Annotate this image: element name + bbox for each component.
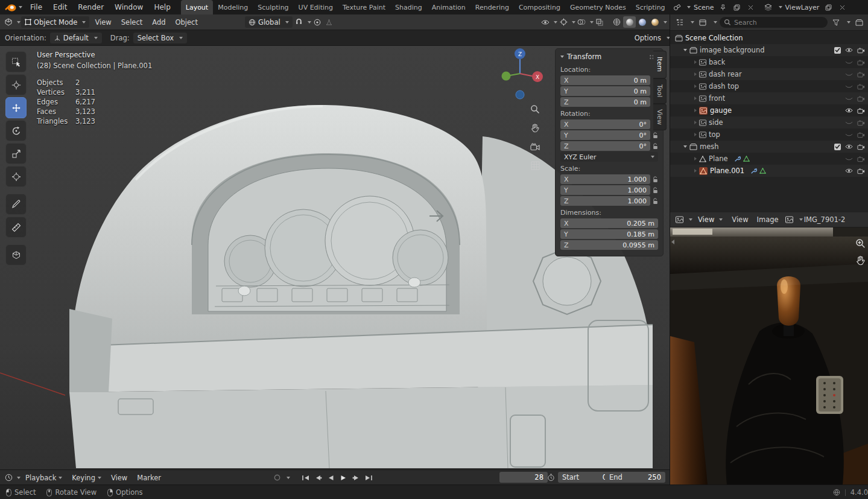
menu-marker[interactable]: Marker xyxy=(132,470,166,485)
network-icon[interactable] xyxy=(833,489,840,496)
remove-viewlayer-icon[interactable] xyxy=(836,2,848,13)
menu-edit[interactable]: Edit xyxy=(48,0,72,14)
rotation-z-field[interactable]: Z0° xyxy=(560,141,650,151)
image-datablock-name[interactable]: IMG_7901-2 xyxy=(804,215,846,224)
outliner-row-dash-rear[interactable]: dash rear xyxy=(670,68,868,80)
play-button[interactable] xyxy=(338,472,349,483)
shading-solid-button[interactable] xyxy=(623,16,636,28)
ortho-grid-icon[interactable] xyxy=(528,159,542,172)
editor-type-icon[interactable] xyxy=(2,16,14,28)
camera-visibility-icon[interactable] xyxy=(857,107,865,114)
object-type-visibility-icon[interactable] xyxy=(539,16,551,28)
collapse-panel-icon[interactable] xyxy=(560,56,564,58)
menu-window[interactable]: Window xyxy=(109,0,148,14)
proportional-falloff-icon[interactable] xyxy=(323,16,335,28)
tool-options-dropdown[interactable]: Options xyxy=(630,33,674,43)
expand-icon[interactable] xyxy=(694,133,697,136)
workspace-tab-layout[interactable]: Layout xyxy=(181,0,213,14)
expand-icon[interactable] xyxy=(694,157,697,161)
outliner-row-mesh[interactable]: mesh xyxy=(670,141,868,153)
image-editor-canvas[interactable] xyxy=(670,227,868,485)
camera-visibility-icon[interactable] xyxy=(857,71,865,78)
expand-icon[interactable] xyxy=(694,72,697,76)
shading-wireframe-button[interactable] xyxy=(610,16,623,28)
workspace-tab-compositing[interactable]: Compositing xyxy=(514,0,565,14)
menu-help[interactable]: Help xyxy=(148,0,176,14)
menu-playback[interactable]: Playback xyxy=(21,470,67,485)
menu-render[interactable]: Render xyxy=(72,0,109,14)
outliner-row-scene-collection[interactable]: Scene Collection xyxy=(670,32,868,44)
outliner-editor-type-icon[interactable] xyxy=(674,17,686,28)
menu-select[interactable]: Select xyxy=(116,14,147,30)
camera-visibility-icon[interactable] xyxy=(857,144,865,150)
show-overlays-toggle[interactable] xyxy=(575,16,588,28)
auto-keying-toggle[interactable] xyxy=(271,472,283,483)
shading-rendered-button[interactable] xyxy=(648,16,661,28)
hide-eye-icon[interactable] xyxy=(845,119,853,126)
sidebar-tab-item[interactable]: Item xyxy=(653,51,667,78)
blender-menu-button[interactable] xyxy=(0,3,25,12)
workspace-tab-texture-paint[interactable]: Texture Paint xyxy=(338,0,390,14)
outliner-row-image-background[interactable]: image background xyxy=(670,44,868,56)
pin-scene-icon[interactable] xyxy=(717,2,729,13)
outliner-row-top[interactable]: top xyxy=(670,129,868,141)
gizmo-z-label[interactable]: Z xyxy=(518,51,522,57)
expand-icon[interactable] xyxy=(694,109,697,112)
lock-icon[interactable] xyxy=(653,187,658,194)
browse-image-icon[interactable] xyxy=(784,214,796,226)
current-frame-field[interactable]: 28 xyxy=(499,472,548,483)
hide-eye-icon[interactable] xyxy=(845,168,853,174)
viewlayer-name[interactable]: ViewLayer xyxy=(785,4,820,11)
outliner-row-front[interactable]: front xyxy=(670,92,868,104)
hide-eye-icon[interactable] xyxy=(845,83,853,89)
lock-icon[interactable] xyxy=(653,143,658,150)
location-y-field[interactable]: Y0 m xyxy=(560,86,650,96)
location-x-field[interactable]: X0 m xyxy=(560,75,650,85)
browse-scene-icon[interactable] xyxy=(671,2,683,13)
menu-timeline-view[interactable]: View xyxy=(106,470,132,485)
workspace-tab-shading[interactable]: Shading xyxy=(390,0,427,14)
expand-icon[interactable] xyxy=(694,121,697,124)
prev-keyframe-button[interactable] xyxy=(312,472,324,483)
hide-eye-icon[interactable] xyxy=(845,144,853,150)
outliner-row-gauge[interactable]: gauge xyxy=(670,104,868,116)
image-zoom-icon[interactable] xyxy=(855,238,866,249)
workspace-tab-sculpting[interactable]: Sculpting xyxy=(253,0,293,14)
rotation-y-field[interactable]: Y0° xyxy=(560,130,650,140)
tool-move[interactable] xyxy=(5,97,27,118)
filter-funnel-icon[interactable] xyxy=(830,17,842,28)
tool-measure[interactable] xyxy=(5,217,27,238)
sidebar-tab-tool[interactable]: Tool xyxy=(653,78,667,104)
image-editor-type-icon[interactable] xyxy=(673,214,685,226)
viewlayer-icon[interactable] xyxy=(762,2,775,13)
workspace-tab-scripting[interactable]: Scripting xyxy=(631,0,670,14)
menu-view[interactable]: View xyxy=(90,14,116,30)
show-gizmo-toggle[interactable] xyxy=(557,16,569,28)
tool-cursor[interactable] xyxy=(5,74,27,95)
workspace-tab-geometry-nodes[interactable]: Geometry Nodes xyxy=(565,0,631,14)
camera-visibility-icon[interactable] xyxy=(857,132,865,138)
region-toggle-icon[interactable] xyxy=(671,240,674,244)
new-scene-icon[interactable] xyxy=(731,2,743,13)
new-collection-icon[interactable] xyxy=(853,17,865,28)
outliner-row-side[interactable]: side xyxy=(670,116,868,129)
orientation-setting-dropdown[interactable]: Default xyxy=(50,33,102,43)
camera-visibility-icon[interactable] xyxy=(857,83,865,90)
play-reverse-button[interactable] xyxy=(325,472,337,483)
next-keyframe-button[interactable] xyxy=(350,472,362,483)
menu-image[interactable]: Image xyxy=(753,212,782,227)
snap-magnet-icon[interactable] xyxy=(293,16,305,28)
scale-y-field[interactable]: Y1.000 xyxy=(560,185,650,195)
scale-x-field[interactable]: X1.000 xyxy=(560,174,650,184)
camera-visibility-icon[interactable] xyxy=(857,59,865,66)
proportional-editing-icon[interactable] xyxy=(311,16,323,28)
scene-name[interactable]: Scene xyxy=(694,4,714,11)
tool-select-box[interactable] xyxy=(5,51,27,72)
outliner-row-plane[interactable]: Plane xyxy=(670,153,868,165)
tool-rotate[interactable] xyxy=(5,120,27,141)
tool-add-cube[interactable] xyxy=(5,244,27,265)
expand-icon[interactable] xyxy=(694,169,697,173)
lock-icon[interactable] xyxy=(653,176,658,183)
workspace-tab-rendering[interactable]: Rendering xyxy=(470,0,514,14)
expand-icon[interactable] xyxy=(683,145,687,148)
